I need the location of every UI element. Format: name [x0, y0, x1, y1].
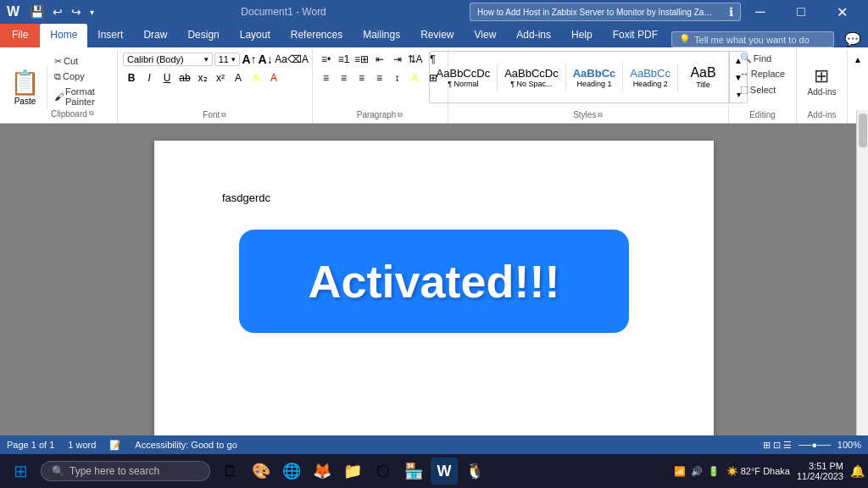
- font-size-selector[interactable]: 11 ▾: [214, 53, 241, 66]
- bullets-btn[interactable]: ≡•: [318, 51, 335, 68]
- taskbar-hexapp-btn[interactable]: ⬡: [370, 458, 397, 485]
- tab-home[interactable]: Home: [40, 24, 87, 47]
- change-case-btn[interactable]: Aa: [275, 51, 288, 68]
- text-highlight-btn[interactable]: A: [248, 69, 264, 86]
- style-title[interactable]: AaB Title: [678, 62, 729, 92]
- normal-label: ¶ Normal: [448, 80, 478, 88]
- styles-expand-icon[interactable]: ⧉: [598, 111, 603, 119]
- italic-button[interactable]: I: [141, 69, 158, 86]
- style-normal[interactable]: AaBbCcDc ¶ Normal: [430, 64, 498, 92]
- align-left-btn[interactable]: ≡: [318, 69, 335, 86]
- tab-file[interactable]: File: [0, 24, 40, 47]
- document-page[interactable]: fasdgerdc Activated!!!: [154, 141, 714, 480]
- taskbar-chrome-btn[interactable]: 🌐: [278, 458, 305, 485]
- line-spacing-btn[interactable]: ↕: [389, 69, 406, 86]
- tell-me-bar[interactable]: 💡 Tell me what you want to do: [671, 31, 834, 47]
- taskbar-ps-app[interactable]: 🎨: [248, 458, 275, 485]
- decrease-indent-btn[interactable]: ⇤: [371, 51, 388, 68]
- tab-references[interactable]: References: [281, 24, 353, 47]
- font-expand-icon[interactable]: ⧉: [221, 111, 226, 119]
- copy-label: Copy: [63, 71, 85, 81]
- taskbar-search[interactable]: 🔍 Type here to search: [41, 461, 210, 481]
- align-center-btn[interactable]: ≡: [336, 69, 353, 86]
- text-effects-btn[interactable]: A: [230, 69, 247, 86]
- zoom-slider[interactable]: ──●──: [798, 440, 831, 450]
- paragraph-expand-icon[interactable]: ⧉: [398, 111, 403, 119]
- tab-foxitpdf[interactable]: Foxit PDF: [603, 24, 668, 47]
- replace-label: Replace: [751, 69, 785, 79]
- font-family-selector[interactable]: Calibri (Body) ▾: [123, 53, 213, 66]
- clipboard-expand-icon[interactable]: ⧉: [89, 109, 94, 118]
- style-no-spacing[interactable]: AaBbCcDc ¶ No Spac...: [498, 64, 566, 92]
- tab-mailings[interactable]: Mailings: [353, 24, 410, 47]
- shading-btn[interactable]: A: [407, 69, 424, 86]
- qa-dropdown-btn[interactable]: ▾: [86, 6, 97, 19]
- style-heading1[interactable]: AaBbCc Heading 1: [566, 64, 624, 92]
- document-typed-text[interactable]: fasdgerdc: [222, 191, 646, 204]
- search-result-text: How to Add Host in Zabbix Server to Moni…: [477, 8, 715, 17]
- styles-box: AaBbCcDc ¶ Normal AaBbCcDc ¶ No Spac... …: [429, 51, 748, 103]
- tab-layout[interactable]: Layout: [230, 24, 281, 47]
- bold-button[interactable]: B: [123, 69, 140, 86]
- redo-qa-btn[interactable]: ↪: [68, 3, 85, 20]
- subscript-btn[interactable]: x₂: [194, 69, 211, 86]
- taskbar-store-btn[interactable]: 🏪: [400, 458, 427, 485]
- grow-font-btn[interactable]: A↑: [242, 51, 256, 68]
- numbering-btn[interactable]: ≡1: [336, 51, 353, 68]
- replace-button[interactable]: ↔ Replace: [737, 67, 788, 80]
- underline-button[interactable]: U: [159, 69, 175, 86]
- title-label: Title: [696, 80, 710, 89]
- taskbar-search-text: Type here to search: [70, 465, 159, 477]
- tab-addins[interactable]: Add-ins: [506, 24, 561, 47]
- maximize-btn[interactable]: □: [782, 0, 821, 24]
- weather-display: ☀️ 82°F Dhaka: [726, 466, 790, 477]
- close-btn[interactable]: ✕: [822, 0, 861, 24]
- comments-icon[interactable]: 💬: [837, 31, 868, 47]
- style-heading2[interactable]: AaBbCc Heading 2: [623, 64, 678, 92]
- scroll-track[interactable]: [856, 124, 868, 435]
- save-qa-btn[interactable]: 💾: [26, 3, 47, 20]
- clear-format-btn[interactable]: ⌫A: [290, 51, 307, 68]
- collapse-ribbon-btn[interactable]: ▲: [849, 51, 866, 68]
- title-preview: AaB: [690, 65, 715, 80]
- tab-draw[interactable]: Draw: [133, 24, 177, 47]
- find-button[interactable]: 🔍 Find: [737, 51, 775, 65]
- title-bar: W 💾 ↩ ↪ ▾ Document1 - Word How to Add Ho…: [0, 0, 868, 24]
- paste-button[interactable]: 📋 Paste: [3, 65, 47, 109]
- taskbar-linux-btn[interactable]: 🐧: [461, 458, 488, 485]
- taskbar-word-btn[interactable]: W: [431, 458, 458, 485]
- styles-group: AaBbCcDc ¶ Normal AaBbCcDc ¶ No Spac... …: [448, 49, 729, 123]
- sort-btn[interactable]: ⇅A: [407, 51, 424, 68]
- tab-help[interactable]: Help: [561, 24, 603, 47]
- heading2-preview: AaBbCc: [630, 67, 670, 80]
- word-logo: W: [7, 4, 19, 19]
- tab-review[interactable]: Review: [410, 24, 464, 47]
- cut-button[interactable]: ✂ Cut: [51, 54, 110, 69]
- tab-view[interactable]: View: [465, 24, 507, 47]
- justify-btn[interactable]: ≡: [371, 69, 388, 86]
- font-color-btn[interactable]: A: [265, 69, 282, 86]
- tab-insert[interactable]: Insert: [87, 24, 133, 47]
- shrink-font-btn[interactable]: A↓: [259, 51, 273, 68]
- scroll-thumb[interactable]: [859, 124, 867, 147]
- tab-design[interactable]: Design: [177, 24, 229, 47]
- superscript-btn[interactable]: x²: [212, 69, 229, 86]
- multilevel-btn[interactable]: ≡⊞: [353, 51, 370, 68]
- increase-indent-btn[interactable]: ⇥: [389, 51, 406, 68]
- strikethrough-btn[interactable]: ab: [176, 69, 193, 86]
- align-right-btn[interactable]: ≡: [353, 69, 370, 86]
- format-painter-button[interactable]: 🖌 Format Painter: [51, 85, 110, 108]
- select-button[interactable]: ⬚ Select: [737, 82, 780, 97]
- minimize-btn[interactable]: ─: [741, 0, 780, 24]
- start-button[interactable]: ⊞: [3, 456, 37, 486]
- replace-icon: ↔: [740, 69, 749, 79]
- taskbar-files-btn[interactable]: 📁: [339, 458, 366, 485]
- info-icon[interactable]: ℹ: [729, 5, 733, 19]
- undo-qa-btn[interactable]: ↩: [49, 3, 66, 20]
- copy-button[interactable]: ⧉ Copy: [51, 69, 110, 84]
- taskbar-notes-app[interactable]: 🗒: [217, 458, 244, 485]
- notification-btn[interactable]: 🔔: [850, 464, 865, 478]
- addins-btn[interactable]: ⊞ Add-ins: [804, 64, 840, 98]
- taskbar-firefox-btn[interactable]: 🦊: [309, 458, 336, 485]
- title-search-bar[interactable]: How to Add Host in Zabbix Server to Moni…: [470, 3, 741, 21]
